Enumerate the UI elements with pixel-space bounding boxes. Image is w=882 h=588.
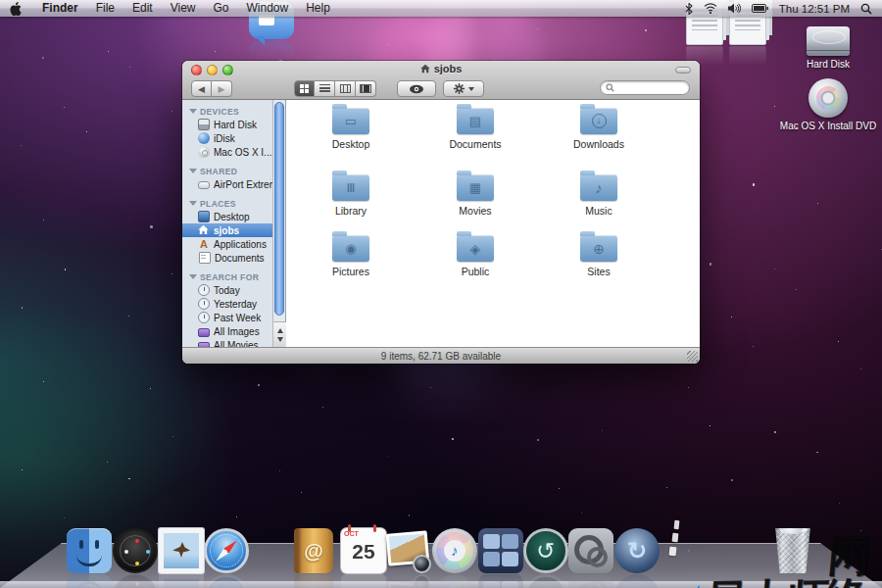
- folder-desktop[interactable]: Desktop: [310, 108, 392, 150]
- sidebar-item-applications[interactable]: AApplications: [182, 237, 272, 251]
- dock-icon-finder[interactable]: [67, 528, 112, 573]
- file-view[interactable]: Desktop Documents Downloads Library Movi…: [287, 100, 700, 347]
- dock-icon-system-preferences[interactable]: [568, 528, 613, 573]
- menu-item-go[interactable]: Go: [214, 0, 229, 17]
- folder-label: Desktop: [310, 138, 392, 150]
- title-bar[interactable]: sjobs: [182, 61, 700, 79]
- sidebar-item-install-disc[interactable]: Mac OS X I...: [182, 145, 272, 159]
- resize-grip[interactable]: [687, 351, 698, 362]
- folder-movies[interactable]: Movies: [434, 174, 516, 217]
- action-menu-button[interactable]: [443, 80, 484, 97]
- scroll-up-arrow[interactable]: [277, 328, 283, 333]
- bluetooth-icon[interactable]: [685, 3, 693, 15]
- desktop-icon-hard-disk[interactable]: Hard Disk: [769, 26, 882, 70]
- folder-label: Downloads: [558, 138, 640, 150]
- dock-icon-iphoto[interactable]: [386, 528, 431, 573]
- drive-icon: [198, 119, 210, 130]
- collapse-widget[interactable]: [675, 67, 691, 74]
- sidebar-item-past-week[interactable]: Past Week: [182, 311, 272, 324]
- dock-icon-isync[interactable]: ↻: [614, 528, 660, 573]
- sidebar-item-yesterday[interactable]: Yesterday: [182, 297, 272, 311]
- window-chrome[interactable]: sjobs ◀ ▶: [182, 61, 700, 100]
- movies-folder-icon: [457, 174, 494, 201]
- menu-item-help[interactable]: Help: [306, 0, 330, 17]
- status-text: 9 items, 62.71 GB available: [381, 351, 501, 362]
- back-button[interactable]: ◀: [191, 80, 212, 97]
- sidebar-item-all-images[interactable]: All Images: [182, 324, 272, 338]
- scrollbar-thumb[interactable]: [274, 102, 284, 316]
- search-input[interactable]: [614, 82, 683, 93]
- dock-icon-address-book[interactable]: [294, 528, 333, 573]
- dock-icon-dashboard[interactable]: [113, 528, 158, 573]
- dock-icon-itunes[interactable]: [432, 528, 477, 573]
- dock-icon-time-machine[interactable]: ↺: [523, 528, 568, 573]
- folder-documents[interactable]: Documents: [434, 108, 516, 150]
- sidebar-item-all-movies[interactable]: All Movies: [182, 338, 272, 347]
- documents-folder-icon: [457, 108, 494, 134]
- folder-downloads[interactable]: Downloads: [558, 108, 640, 150]
- folder-library[interactable]: Library: [310, 174, 392, 217]
- spotlight-icon[interactable]: [860, 3, 872, 15]
- folder-label: Music: [558, 205, 640, 217]
- sidebar-item-idisk[interactable]: iDisk: [182, 131, 272, 145]
- folder-sites[interactable]: Sites: [558, 235, 640, 277]
- scroll-down-arrow[interactable]: [277, 337, 283, 342]
- section-header-search-for[interactable]: SEARCH FOR: [182, 270, 272, 283]
- menu-item-finder[interactable]: Finder: [42, 0, 78, 17]
- menu-item-view[interactable]: View: [171, 0, 196, 17]
- dock-icon-safari[interactable]: [204, 528, 249, 573]
- sidebar-item-hard-disk[interactable]: Hard Disk: [182, 118, 272, 131]
- folder-music[interactable]: Music: [558, 174, 640, 217]
- folder-public[interactable]: Public: [434, 235, 516, 277]
- folder-pictures[interactable]: Pictures: [310, 235, 392, 277]
- dock-icon-ical[interactable]: OCT 25: [341, 528, 386, 573]
- hard-disk-drive-icon: [807, 26, 850, 56]
- section-label: DEVICES: [200, 107, 239, 117]
- menu-bar-clock[interactable]: Thu 12:51 PM: [779, 3, 850, 15]
- disclosure-triangle-icon: [189, 109, 197, 114]
- section-header-places[interactable]: PLACES: [182, 197, 272, 210]
- clock-icon: [198, 284, 210, 296]
- section-header-devices[interactable]: DEVICES: [182, 105, 272, 118]
- sidebar-item-label: Past Week: [214, 313, 261, 323]
- desktop-icon-label: Mac OS X Install DVD: [769, 121, 882, 131]
- sidebar-item-desktop[interactable]: Desktop: [182, 210, 272, 223]
- column-view-button[interactable]: [335, 80, 356, 97]
- menu-item-file[interactable]: File: [96, 0, 115, 17]
- sidebar-scrollbar[interactable]: [272, 100, 285, 347]
- folder-label: Public: [434, 266, 516, 277]
- sidebar-item-today[interactable]: Today: [182, 283, 272, 297]
- dock-icon-spaces[interactable]: [478, 528, 523, 573]
- sidebar-item-label: All Movies: [214, 340, 259, 348]
- desktop-icon-install-dvd[interactable]: Mac OS X Install DVD: [769, 78, 882, 131]
- column-view-icon: [340, 84, 351, 93]
- dvd-disc-icon: [808, 78, 848, 118]
- volume-icon[interactable]: [728, 3, 741, 14]
- sidebar-item-label: Today: [214, 285, 240, 296]
- desktop-icon: [198, 211, 210, 222]
- sidebar-item-label: Desktop: [214, 212, 250, 222]
- toolbar: ◀ ▶: [182, 79, 700, 100]
- home-icon: [198, 224, 210, 236]
- icon-view-button[interactable]: [294, 80, 315, 97]
- sidebar-item-label: Yesterday: [214, 299, 257, 310]
- disc-icon: [198, 146, 210, 158]
- sidebar-item-documents[interactable]: Documents: [182, 251, 272, 265]
- sidebar-item-sjobs-selected[interactable]: sjobs: [182, 223, 272, 237]
- dock-icon-trash[interactable]: [774, 528, 811, 573]
- dock-icon-mail[interactable]: [159, 528, 204, 573]
- search-field[interactable]: [600, 80, 690, 95]
- sidebar-item-airport-extreme[interactable]: AirPort Extreme: [182, 177, 272, 191]
- menu-item-edit[interactable]: Edit: [132, 0, 153, 17]
- coverflow-view-button[interactable]: [356, 80, 376, 97]
- section-header-shared[interactable]: SHARED: [182, 165, 272, 177]
- wifi-icon[interactable]: [704, 3, 717, 14]
- sidebar-item-label: sjobs: [214, 225, 239, 236]
- quick-look-button[interactable]: [397, 80, 436, 97]
- forward-button[interactable]: ▶: [212, 80, 232, 97]
- battery-icon[interactable]: [752, 4, 768, 13]
- list-view-button[interactable]: [315, 80, 335, 97]
- menu-item-window[interactable]: Window: [247, 0, 289, 17]
- smart-folder-icon: [198, 328, 210, 337]
- apple-menu-icon[interactable]: [10, 2, 23, 16]
